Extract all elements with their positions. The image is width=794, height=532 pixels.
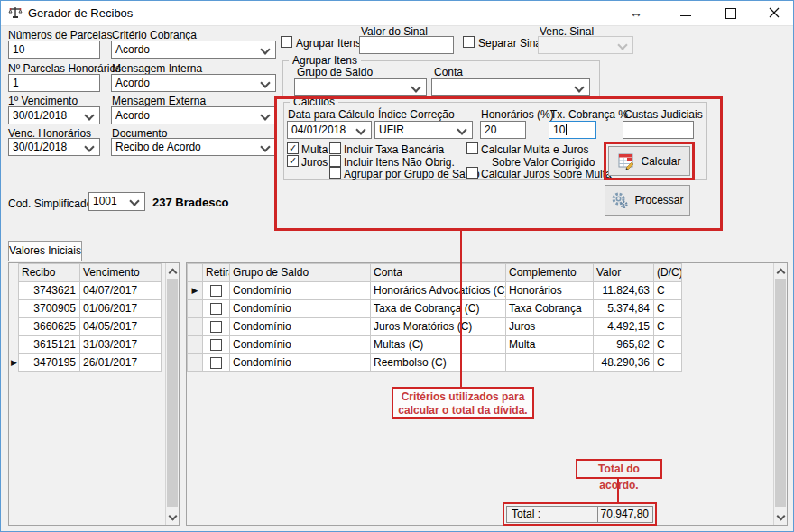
valor-cell: 11.824,63 [594, 282, 654, 300]
criterio-cobranca-combo[interactable]: Acordo [111, 41, 276, 59]
items-table: RetirarGrupo de SaldoContaComplementoVal… [187, 263, 682, 372]
retirar-checkbox[interactable] [210, 357, 222, 369]
chevron-down-icon [260, 44, 270, 54]
chevron-down-icon [457, 124, 466, 134]
custas-judiciais-input[interactable] [623, 121, 694, 139]
tab-valores-iniciais[interactable]: Valores Iniciais [8, 241, 82, 261]
incluir-taxa-bancaria-checkbox[interactable] [329, 142, 341, 154]
receipt-row[interactable]: 366062504/05/2017 [19, 318, 162, 336]
tx-cobranca-input[interactable]: 10 [549, 121, 596, 139]
dc-cell: C [654, 282, 682, 300]
receipt-duedate-cell: 04/05/2017 [80, 318, 162, 336]
item-row-selector[interactable] [188, 318, 203, 336]
conta-combo[interactable] [431, 78, 590, 96]
total-acordo-annotation: Total do acordo. [576, 459, 662, 479]
receipt-number-cell: 3470195 [19, 354, 80, 372]
dc-cell: C [654, 336, 682, 354]
item-row[interactable]: CondomínioMultas (C)Multa965,82C [188, 336, 682, 354]
processar-button[interactable]: Processar [605, 185, 690, 216]
venc-sinal-combo[interactable] [538, 36, 633, 54]
multa-checkbox[interactable]: ✓ [287, 142, 299, 154]
parcelas-honorarios-input[interactable]: 1 [8, 74, 100, 92]
chevron-down-icon [260, 110, 270, 120]
numeros-parcelas-input[interactable]: 10 [8, 41, 100, 59]
item-row[interactable]: CondomínioJuros Moratórios (C)Juros4.492… [188, 318, 682, 336]
data-calculo-combo[interactable]: 04/01/2018 [287, 121, 372, 139]
receipts-header-vencimento: Vencimento [80, 264, 162, 282]
scroll-down-icon[interactable] [166, 509, 179, 525]
valor-sinal-input[interactable] [359, 36, 454, 54]
documento-value: Recibo de Acordo [115, 141, 201, 153]
mensagem-externa-value: Acordo [115, 109, 150, 122]
receipt-duedate-cell: 04/07/2017 [80, 282, 162, 300]
retirar-cell [203, 300, 230, 318]
cod-simplificado-label: Cod. Simplificado [8, 197, 92, 210]
grupo-saldo-cell: Condomínio [230, 318, 371, 336]
receipts-scrollbar[interactable] [165, 263, 179, 525]
retirar-cell [203, 318, 230, 336]
receipt-row[interactable]: 347019526/01/2017 [19, 354, 162, 372]
receipt-duedate-cell: 01/06/2017 [80, 300, 162, 318]
item-row-selector[interactable]: ▶ [188, 282, 203, 300]
item-row-selector[interactable] [188, 300, 203, 318]
mensagem-externa-combo[interactable]: Acordo [111, 106, 276, 124]
close-button[interactable] [760, 4, 789, 22]
items-header-3: Complemento [506, 264, 594, 282]
conta-label: Conta [434, 66, 463, 78]
indice-correcao-combo[interactable]: UFIR [374, 121, 473, 139]
honorarios-pct-label: Honorários (%) [481, 108, 554, 121]
items-scrollbar[interactable] [773, 263, 787, 525]
item-row[interactable]: ▶CondomínioHonorários Advocatícios (C)Ho… [188, 282, 682, 300]
documento-combo[interactable]: Recibo de Acordo [111, 138, 276, 156]
calcular-juros-sobre-multa-checkbox[interactable] [466, 167, 478, 179]
grupo-saldo-combo[interactable] [294, 78, 427, 96]
valor-cell: 5.374,84 [594, 300, 654, 318]
items-header-4: Valor [594, 264, 654, 282]
calcular-button[interactable]: Calcular [608, 146, 690, 176]
juros-checkbox[interactable]: ✓ [287, 155, 299, 167]
mensagem-interna-combo[interactable]: Acordo [111, 74, 276, 92]
total-label-box: Total : [506, 506, 598, 523]
scroll-down-icon[interactable] [774, 509, 787, 525]
receipt-row[interactable]: 370090501/06/2017 [19, 300, 162, 318]
scrollbar-thumb[interactable] [775, 279, 786, 507]
scrollbar-thumb[interactable] [167, 279, 178, 507]
valor-cell: 965,82 [594, 336, 654, 354]
calcular-multa-juros-checkbox[interactable] [466, 142, 478, 154]
data-calculo-label: Data para Cálculo [288, 108, 374, 121]
agrupar-por-grupo-saldo-checkbox[interactable] [329, 167, 341, 179]
incluir-itens-nao-obrig-checkbox[interactable] [329, 155, 341, 167]
item-row-selector[interactable] [188, 354, 203, 372]
grupo-saldo-cell: Condomínio [230, 282, 371, 300]
agrupar-itens-group-title: Agrupar Itens [289, 54, 361, 67]
retirar-checkbox[interactable] [210, 321, 222, 333]
items-header-5: (D/C) [654, 264, 682, 282]
conta-cell: Taxa de Cobrança (C) [371, 300, 506, 318]
receipt-row[interactable]: 361512131/03/2017 [19, 336, 162, 354]
maximize-button[interactable] [716, 4, 745, 22]
item-row[interactable]: CondomínioTaxa de Cobrança (C)Taxa Cobra… [188, 300, 682, 318]
chevron-down-icon [574, 82, 584, 92]
scroll-up-icon[interactable] [166, 263, 179, 279]
horizontal-resize-icon[interactable]: ↔ [625, 4, 647, 22]
data-calculo-value: 04/01/2018 [291, 124, 346, 136]
chevron-down-icon [129, 196, 139, 206]
criterios-connector-line [460, 231, 462, 387]
retirar-checkbox[interactable] [210, 303, 222, 315]
item-row-selector[interactable] [188, 336, 203, 354]
agrupar-itens-checkbox[interactable] [281, 36, 292, 48]
valor-cell: 48.290,36 [594, 354, 654, 372]
items-table-header: RetirarGrupo de SaldoContaComplementoVal… [188, 264, 682, 282]
item-row[interactable]: CondomínioReembolso (C)48.290,36C [188, 354, 682, 372]
primeiro-vencimento-combo[interactable]: 30/01/2018 [8, 106, 100, 124]
scroll-up-icon[interactable] [774, 263, 787, 279]
cod-simplificado-combo[interactable]: 1001 [88, 192, 145, 211]
titlebar: Gerador de Recibos ↔ [1, 1, 793, 26]
receipt-row[interactable]: 374362104/07/2017 [19, 282, 162, 300]
retirar-checkbox[interactable] [210, 339, 222, 351]
retirar-checkbox[interactable] [210, 285, 222, 297]
venc-honorarios-combo[interactable]: 30/01/2018 [8, 138, 100, 156]
separar-sinal-checkbox[interactable] [463, 36, 475, 48]
minimize-button[interactable] [671, 4, 700, 22]
honorarios-pct-input[interactable]: 20 [480, 121, 526, 139]
